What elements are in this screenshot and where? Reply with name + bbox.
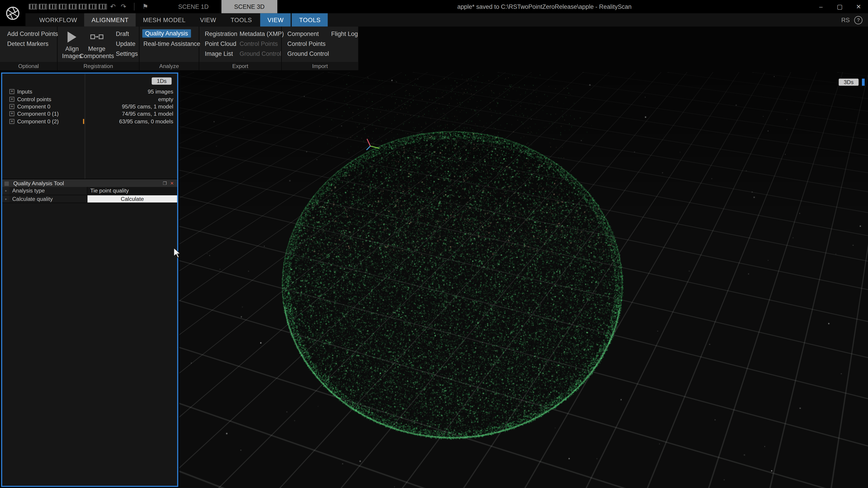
layout-preset-icon[interactable] — [98, 4, 107, 9]
expander-icon[interactable]: + — [9, 119, 14, 124]
tree-row-inputs[interactable]: + Inputs 95 images — [2, 88, 177, 95]
analysis-type-value[interactable]: Tie point quality — [88, 187, 177, 195]
import-component-button[interactable]: Component — [286, 29, 330, 39]
add-control-points-button[interactable]: Add Control Points — [6, 29, 59, 39]
layout-preset-icon[interactable] — [29, 4, 37, 9]
menu-tools-highlighted[interactable]: TOOLS — [292, 13, 328, 27]
layout-preset-icon[interactable] — [69, 4, 77, 9]
tool-panel-title: Quality Analysis Tool — [13, 180, 161, 186]
ribbon-group-import: Component Control Points Ground Control … — [282, 27, 359, 70]
flag-icon[interactable]: ⚑ — [141, 0, 150, 13]
calculate-button[interactable]: Calculate — [88, 195, 177, 202]
ribbon-group-analyze: Quality Analysis Real-time Assistance An… — [140, 27, 199, 70]
menu-view-highlighted[interactable]: VIEW — [260, 13, 291, 27]
aperture-icon — [5, 6, 20, 20]
tree-row-component-0-1[interactable]: + Component 0 (1) 74/95 cams, 1 model — [2, 110, 177, 118]
layout-preset-icon[interactable] — [79, 4, 87, 9]
export-metadata-xmp-button[interactable]: Metadata (XMP) — [239, 29, 285, 39]
tab-scene-3d[interactable]: SCENE 3D — [221, 0, 277, 13]
expander-icon[interactable]: + — [2, 187, 9, 195]
group-label-export: Export — [199, 62, 281, 70]
window-controls: – ▢ ✕ — [811, 0, 868, 13]
ribbon-group-export: Registration Point Cloud Image List Meta… — [199, 27, 282, 70]
tree-row-component-0[interactable]: + Component 0 95/95 cams, 1 model — [2, 103, 177, 110]
redo-icon[interactable]: ↷ — [119, 0, 128, 13]
export-registration-button[interactable]: Registration — [204, 29, 239, 39]
tree-value: 95 images — [32, 89, 177, 95]
toolbar-separator — [134, 3, 134, 10]
calculate-quality-row: + Calculate quality Calculate — [2, 195, 177, 203]
viewport-3d[interactable]: 3Ds — [179, 72, 868, 488]
layout-preset-icon[interactable] — [39, 4, 47, 9]
tree-value: empty — [51, 96, 177, 102]
titlebar: ↶ ↷ ⚑ SCENE 1D SCENE 3D apple* saved to … — [0, 0, 868, 13]
menu-alignment[interactable]: ALIGNMENT — [84, 13, 135, 27]
export-point-cloud-button[interactable]: Point Cloud — [204, 39, 239, 48]
ribbon-group-optional: Add Control Points Detect Markers Option… — [0, 27, 58, 70]
play-icon — [68, 29, 76, 45]
panel-handle[interactable] — [862, 78, 865, 86]
expander-icon[interactable]: + — [2, 195, 9, 202]
tab-scene-1d[interactable]: SCENE 1D — [165, 0, 221, 13]
point-cloud-canvas — [242, 75, 662, 488]
export-control-points-button: Control Points — [239, 39, 285, 48]
expander-icon[interactable]: + — [9, 97, 14, 102]
settings-button[interactable]: Settings — [115, 49, 139, 59]
draft-button[interactable]: Draft — [115, 29, 139, 39]
app-window: ↶ ↷ ⚑ SCENE 1D SCENE 3D apple* saved to … — [0, 0, 868, 488]
merge-components-label-1: Merge — [80, 45, 114, 53]
group-label-registration: Registration — [58, 62, 139, 70]
group-label-optional: Optional — [0, 62, 57, 70]
view-badge-1ds[interactable]: 1Ds — [152, 77, 172, 85]
group-label-analyze: Analyze — [140, 62, 199, 70]
tree-row-control-points[interactable]: + Control points empty — [2, 95, 177, 103]
update-button[interactable]: Update — [115, 39, 139, 48]
window-title: apple* saved to C:\RSTwoPointZeroRelease… — [277, 3, 811, 10]
detect-markers-button[interactable]: Detect Markers — [6, 39, 59, 48]
tree-label: Component 0 (1) — [17, 111, 59, 117]
help-icon[interactable]: ? — [854, 16, 863, 24]
merge-components-button[interactable]: Merge Components — [83, 29, 110, 62]
tree-row-component-0-2[interactable]: + Component 0 (2) 63/95 cams, 0 models — [2, 118, 177, 125]
expander-icon[interactable]: + — [9, 89, 14, 94]
close-icon[interactable]: ✕ — [168, 181, 176, 186]
tree-label: Inputs — [17, 89, 32, 95]
quality-analysis-button[interactable]: Quality Analysis — [142, 29, 191, 38]
panel-1d: 1Ds + Inputs 95 images + Control points … — [1, 72, 178, 487]
group-label-import: Import — [282, 62, 358, 70]
maximize-button[interactable]: ▢ — [830, 0, 849, 13]
menu-tools[interactable]: TOOLS — [223, 13, 259, 27]
ribbon: Add Control Points Detect Markers Option… — [0, 27, 359, 70]
tree-label: Component 0 — [17, 103, 51, 109]
export-image-list-button[interactable]: Image List — [204, 49, 239, 59]
import-ground-control-button[interactable]: Ground Control — [286, 49, 330, 59]
menu-mesh-model[interactable]: MESH MODEL — [136, 13, 193, 27]
close-button[interactable]: ✕ — [849, 0, 868, 13]
tree-label: Control points — [17, 96, 51, 102]
layout-preset-icon[interactable] — [89, 4, 97, 9]
tool-panel-header[interactable]: Quality Analysis Tool ❐ ✕ — [2, 180, 177, 187]
export-ground-control-button: Ground Control — [239, 49, 285, 59]
undo-icon[interactable]: ↶ — [108, 0, 117, 13]
menubar-right: RS ? — [841, 13, 868, 27]
view-badge-3ds[interactable]: 3Ds — [839, 78, 859, 86]
restore-icon[interactable]: ❐ — [161, 181, 168, 186]
expander-icon[interactable]: + — [9, 104, 14, 109]
menubar: WORKFLOW ALIGNMENT MESH MODEL VIEW TOOLS… — [0, 13, 868, 27]
menu-view[interactable]: VIEW — [193, 13, 223, 27]
user-initials[interactable]: RS — [841, 17, 850, 23]
import-flight-log-button[interactable]: Flight Log — [330, 29, 359, 39]
layout-preset-icon[interactable] — [59, 4, 67, 9]
ribbon-group-registration: Align Images Merge — [58, 27, 140, 70]
layout-preset-icon[interactable] — [49, 4, 57, 9]
tree-value: 95/95 cams, 1 model — [51, 103, 177, 109]
expander-icon[interactable]: + — [9, 111, 14, 116]
import-control-points-button[interactable]: Control Points — [286, 39, 330, 48]
tree-label: Component 0 (2) — [17, 118, 59, 124]
merge-components-label-2: Components — [80, 53, 114, 60]
menu-workflow[interactable]: WORKFLOW — [32, 13, 84, 27]
minimize-button[interactable]: – — [811, 0, 830, 13]
merge-icon — [90, 29, 103, 45]
realtime-assistance-button[interactable]: Real-time Assistance — [142, 39, 201, 48]
quality-analysis-tool-panel: Quality Analysis Tool ❐ ✕ + Analysis typ… — [2, 179, 177, 203]
